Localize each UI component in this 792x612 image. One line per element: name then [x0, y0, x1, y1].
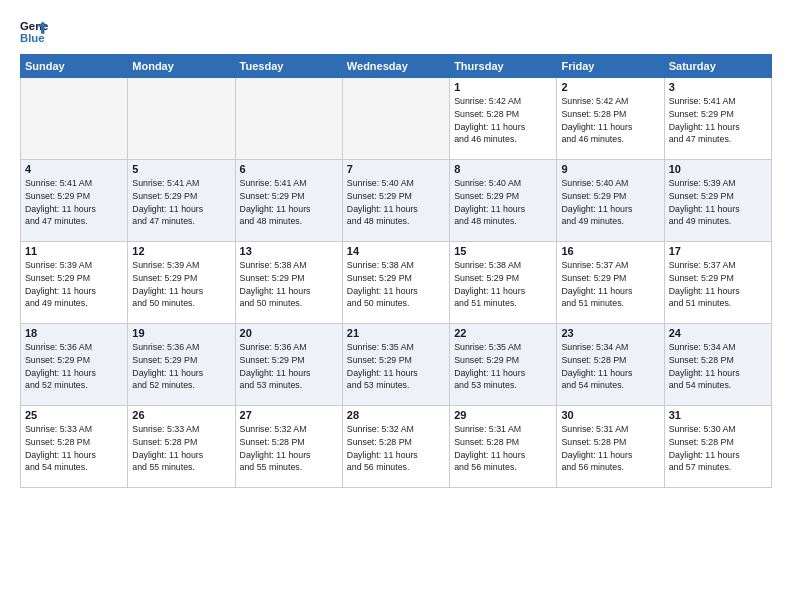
weekday-header-wednesday: Wednesday [342, 55, 449, 78]
calendar-cell: 5Sunrise: 5:41 AM Sunset: 5:29 PM Daylig… [128, 160, 235, 242]
day-info: Sunrise: 5:41 AM Sunset: 5:29 PM Dayligh… [669, 95, 767, 146]
calendar-cell: 29Sunrise: 5:31 AM Sunset: 5:28 PM Dayli… [450, 406, 557, 488]
calendar-cell: 18Sunrise: 5:36 AM Sunset: 5:29 PM Dayli… [21, 324, 128, 406]
day-info: Sunrise: 5:42 AM Sunset: 5:28 PM Dayligh… [561, 95, 659, 146]
day-info: Sunrise: 5:35 AM Sunset: 5:29 PM Dayligh… [347, 341, 445, 392]
day-number: 23 [561, 327, 659, 339]
calendar-cell: 10Sunrise: 5:39 AM Sunset: 5:29 PM Dayli… [664, 160, 771, 242]
weekday-header-saturday: Saturday [664, 55, 771, 78]
day-number: 9 [561, 163, 659, 175]
day-number: 12 [132, 245, 230, 257]
calendar-cell: 1Sunrise: 5:42 AM Sunset: 5:28 PM Daylig… [450, 78, 557, 160]
day-number: 30 [561, 409, 659, 421]
day-number: 14 [347, 245, 445, 257]
calendar-cell: 22Sunrise: 5:35 AM Sunset: 5:29 PM Dayli… [450, 324, 557, 406]
calendar-cell: 25Sunrise: 5:33 AM Sunset: 5:28 PM Dayli… [21, 406, 128, 488]
logo: General Blue [20, 18, 48, 46]
day-number: 3 [669, 81, 767, 93]
day-number: 8 [454, 163, 552, 175]
calendar-cell: 15Sunrise: 5:38 AM Sunset: 5:29 PM Dayli… [450, 242, 557, 324]
calendar-cell: 19Sunrise: 5:36 AM Sunset: 5:29 PM Dayli… [128, 324, 235, 406]
day-info: Sunrise: 5:41 AM Sunset: 5:29 PM Dayligh… [25, 177, 123, 228]
day-info: Sunrise: 5:31 AM Sunset: 5:28 PM Dayligh… [561, 423, 659, 474]
calendar-cell: 12Sunrise: 5:39 AM Sunset: 5:29 PM Dayli… [128, 242, 235, 324]
day-info: Sunrise: 5:37 AM Sunset: 5:29 PM Dayligh… [561, 259, 659, 310]
calendar-cell: 31Sunrise: 5:30 AM Sunset: 5:28 PM Dayli… [664, 406, 771, 488]
day-number: 29 [454, 409, 552, 421]
day-info: Sunrise: 5:40 AM Sunset: 5:29 PM Dayligh… [454, 177, 552, 228]
day-number: 15 [454, 245, 552, 257]
day-info: Sunrise: 5:33 AM Sunset: 5:28 PM Dayligh… [25, 423, 123, 474]
calendar-cell: 28Sunrise: 5:32 AM Sunset: 5:28 PM Dayli… [342, 406, 449, 488]
day-number: 13 [240, 245, 338, 257]
day-number: 31 [669, 409, 767, 421]
calendar-cell: 6Sunrise: 5:41 AM Sunset: 5:29 PM Daylig… [235, 160, 342, 242]
day-info: Sunrise: 5:35 AM Sunset: 5:29 PM Dayligh… [454, 341, 552, 392]
day-info: Sunrise: 5:41 AM Sunset: 5:29 PM Dayligh… [132, 177, 230, 228]
day-info: Sunrise: 5:38 AM Sunset: 5:29 PM Dayligh… [347, 259, 445, 310]
day-number: 1 [454, 81, 552, 93]
day-number: 4 [25, 163, 123, 175]
day-info: Sunrise: 5:36 AM Sunset: 5:29 PM Dayligh… [132, 341, 230, 392]
calendar-cell: 9Sunrise: 5:40 AM Sunset: 5:29 PM Daylig… [557, 160, 664, 242]
calendar-cell: 14Sunrise: 5:38 AM Sunset: 5:29 PM Dayli… [342, 242, 449, 324]
weekday-header-tuesday: Tuesday [235, 55, 342, 78]
calendar-cell: 8Sunrise: 5:40 AM Sunset: 5:29 PM Daylig… [450, 160, 557, 242]
weekday-header-thursday: Thursday [450, 55, 557, 78]
calendar-cell: 30Sunrise: 5:31 AM Sunset: 5:28 PM Dayli… [557, 406, 664, 488]
calendar-cell: 24Sunrise: 5:34 AM Sunset: 5:28 PM Dayli… [664, 324, 771, 406]
day-number: 28 [347, 409, 445, 421]
calendar-week-2: 4Sunrise: 5:41 AM Sunset: 5:29 PM Daylig… [21, 160, 772, 242]
calendar-cell: 21Sunrise: 5:35 AM Sunset: 5:29 PM Dayli… [342, 324, 449, 406]
day-number: 24 [669, 327, 767, 339]
calendar-week-5: 25Sunrise: 5:33 AM Sunset: 5:28 PM Dayli… [21, 406, 772, 488]
page: General Blue SundayMondayTuesdayWednesda… [0, 0, 792, 612]
svg-text:Blue: Blue [20, 32, 45, 44]
day-info: Sunrise: 5:39 AM Sunset: 5:29 PM Dayligh… [132, 259, 230, 310]
calendar-cell: 16Sunrise: 5:37 AM Sunset: 5:29 PM Dayli… [557, 242, 664, 324]
day-info: Sunrise: 5:32 AM Sunset: 5:28 PM Dayligh… [240, 423, 338, 474]
calendar-cell: 4Sunrise: 5:41 AM Sunset: 5:29 PM Daylig… [21, 160, 128, 242]
day-info: Sunrise: 5:32 AM Sunset: 5:28 PM Dayligh… [347, 423, 445, 474]
day-number: 10 [669, 163, 767, 175]
day-info: Sunrise: 5:30 AM Sunset: 5:28 PM Dayligh… [669, 423, 767, 474]
calendar-week-4: 18Sunrise: 5:36 AM Sunset: 5:29 PM Dayli… [21, 324, 772, 406]
calendar-cell: 20Sunrise: 5:36 AM Sunset: 5:29 PM Dayli… [235, 324, 342, 406]
day-number: 21 [347, 327, 445, 339]
day-number: 22 [454, 327, 552, 339]
calendar-week-1: 1Sunrise: 5:42 AM Sunset: 5:28 PM Daylig… [21, 78, 772, 160]
calendar-cell: 26Sunrise: 5:33 AM Sunset: 5:28 PM Dayli… [128, 406, 235, 488]
logo-icon: General Blue [20, 18, 48, 46]
calendar-cell [21, 78, 128, 160]
day-number: 20 [240, 327, 338, 339]
day-info: Sunrise: 5:39 AM Sunset: 5:29 PM Dayligh… [25, 259, 123, 310]
day-number: 7 [347, 163, 445, 175]
calendar-cell: 17Sunrise: 5:37 AM Sunset: 5:29 PM Dayli… [664, 242, 771, 324]
day-info: Sunrise: 5:41 AM Sunset: 5:29 PM Dayligh… [240, 177, 338, 228]
day-number: 26 [132, 409, 230, 421]
day-number: 27 [240, 409, 338, 421]
header: General Blue [20, 18, 772, 46]
calendar-cell: 23Sunrise: 5:34 AM Sunset: 5:28 PM Dayli… [557, 324, 664, 406]
calendar-table: SundayMondayTuesdayWednesdayThursdayFrid… [20, 54, 772, 488]
day-info: Sunrise: 5:34 AM Sunset: 5:28 PM Dayligh… [669, 341, 767, 392]
day-info: Sunrise: 5:33 AM Sunset: 5:28 PM Dayligh… [132, 423, 230, 474]
calendar-cell [128, 78, 235, 160]
day-number: 6 [240, 163, 338, 175]
calendar-week-3: 11Sunrise: 5:39 AM Sunset: 5:29 PM Dayli… [21, 242, 772, 324]
day-info: Sunrise: 5:31 AM Sunset: 5:28 PM Dayligh… [454, 423, 552, 474]
day-number: 16 [561, 245, 659, 257]
calendar-cell: 7Sunrise: 5:40 AM Sunset: 5:29 PM Daylig… [342, 160, 449, 242]
calendar-cell [235, 78, 342, 160]
day-info: Sunrise: 5:40 AM Sunset: 5:29 PM Dayligh… [561, 177, 659, 228]
weekday-header-friday: Friday [557, 55, 664, 78]
day-info: Sunrise: 5:36 AM Sunset: 5:29 PM Dayligh… [25, 341, 123, 392]
day-info: Sunrise: 5:38 AM Sunset: 5:29 PM Dayligh… [454, 259, 552, 310]
day-number: 25 [25, 409, 123, 421]
day-number: 2 [561, 81, 659, 93]
day-info: Sunrise: 5:38 AM Sunset: 5:29 PM Dayligh… [240, 259, 338, 310]
day-info: Sunrise: 5:42 AM Sunset: 5:28 PM Dayligh… [454, 95, 552, 146]
day-info: Sunrise: 5:40 AM Sunset: 5:29 PM Dayligh… [347, 177, 445, 228]
day-info: Sunrise: 5:36 AM Sunset: 5:29 PM Dayligh… [240, 341, 338, 392]
day-info: Sunrise: 5:39 AM Sunset: 5:29 PM Dayligh… [669, 177, 767, 228]
